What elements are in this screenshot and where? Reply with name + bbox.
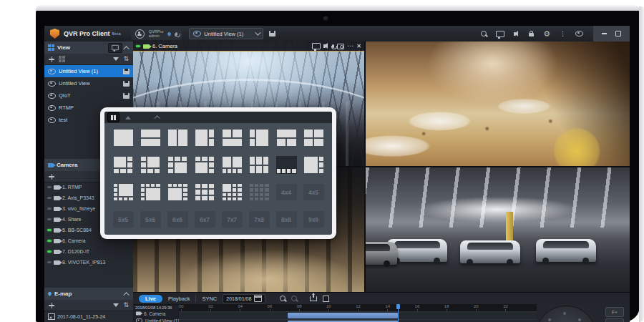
emap-section-header[interactable]: E-map xyxy=(44,288,133,300)
layout-option-label[interactable]: 8x8 xyxy=(276,211,297,228)
view-display-mode-button[interactable] xyxy=(108,43,122,53)
layout-option-icon[interactable] xyxy=(222,156,243,174)
timeline-zoom-out-button[interactable] xyxy=(291,296,297,301)
camera-item-8[interactable]: 8. VIVOTEK_IP813 xyxy=(44,257,133,268)
ptz-wheel[interactable] xyxy=(537,306,597,322)
layout-option-icon[interactable] xyxy=(195,183,215,201)
search-button[interactable] xyxy=(481,31,487,36)
user-avatar-icon[interactable] xyxy=(135,29,145,39)
layout-option-label[interactable]: 7x7 xyxy=(222,211,243,228)
layout-option-icon[interactable] xyxy=(167,183,188,201)
layout-option-label[interactable]: 9x9 xyxy=(303,211,324,228)
layout-option-label[interactable]: 4x4 xyxy=(276,184,297,200)
layout-option-icon[interactable] xyxy=(140,183,161,201)
lock-button[interactable] xyxy=(529,33,534,36)
camera-item-7[interactable]: 7. D120D-IT xyxy=(44,246,133,257)
layout-option-icon[interactable] xyxy=(222,129,243,147)
save-icon[interactable] xyxy=(123,93,130,99)
privacy-eye-button[interactable] xyxy=(575,31,583,36)
tile-more-button[interactable]: ⋯ xyxy=(347,43,353,49)
collapse-emap-chevron[interactable] xyxy=(123,292,129,298)
ptz-direction-dot[interactable] xyxy=(563,312,566,315)
save-view-button[interactable] xyxy=(269,31,275,36)
layout-option-label[interactable]: 5x6 xyxy=(140,211,161,228)
emap-filter-icon[interactable] xyxy=(113,303,119,307)
tile-audio-button[interactable] xyxy=(323,44,326,48)
camera-tile-garage[interactable] xyxy=(366,167,630,292)
recording-track-view[interactable] xyxy=(179,319,537,322)
add-camera-button[interactable] xyxy=(49,174,54,180)
layout-option-icon[interactable] xyxy=(249,129,270,147)
page-up-button[interactable] xyxy=(122,113,133,122)
layout-option-icon[interactable] xyxy=(249,183,270,201)
filter-funnel-icon[interactable] xyxy=(113,57,119,61)
layout-option-label[interactable]: 5x5 xyxy=(113,211,134,228)
sync-button[interactable]: SYNC xyxy=(202,296,217,302)
volume-button[interactable] xyxy=(514,32,516,36)
layout-option-icon[interactable] xyxy=(113,183,134,201)
layout-option-label[interactable]: 7x8 xyxy=(249,211,270,228)
add-view-button[interactable] xyxy=(49,57,54,62)
view-layout-button[interactable] xyxy=(59,56,65,62)
minimize-button[interactable] xyxy=(602,33,607,34)
layout-option-label[interactable]: 6x6 xyxy=(167,211,188,228)
layout-option-label[interactable]: 4x5 xyxy=(303,184,324,200)
date-picker[interactable]: 2018/01/08 xyxy=(223,294,265,303)
status-pin-icon[interactable] xyxy=(167,31,172,36)
layout-option-icon[interactable] xyxy=(195,129,215,147)
snapshot-frame-button[interactable] xyxy=(323,296,329,302)
collapse-view-chevron[interactable] xyxy=(123,46,129,52)
layout-option-icon[interactable] xyxy=(113,129,134,147)
collapse-picker-chevron[interactable] xyxy=(154,115,160,121)
fullscreen-button[interactable] xyxy=(496,31,504,37)
live-tab[interactable]: Live xyxy=(139,295,162,303)
layout-option-icon[interactable] xyxy=(276,129,297,147)
recording-track-camera[interactable] xyxy=(179,311,537,319)
ptz-direction-dot[interactable] xyxy=(578,318,581,321)
layout-option-icon[interactable] xyxy=(276,156,297,174)
layout-option-icon[interactable] xyxy=(140,129,161,147)
timeline-track[interactable]: 000204060810121416182022 xyxy=(179,304,537,322)
timeline-row-camera[interactable]: 6. Camera xyxy=(133,310,179,317)
playback-tab[interactable]: Playback xyxy=(168,296,190,302)
tile-close-button[interactable]: ✕ xyxy=(356,44,361,49)
focus-plus-button[interactable]: F+ xyxy=(605,307,624,317)
status-mic-icon[interactable] xyxy=(175,32,177,36)
layout-option-icon[interactable] xyxy=(195,156,215,174)
stream-quality-button[interactable] xyxy=(312,43,321,49)
layout-option-icon[interactable] xyxy=(113,156,134,174)
emap-sort-icon[interactable]: ⇅ xyxy=(123,302,129,308)
layout-option-label[interactable]: 6x7 xyxy=(195,211,215,228)
layout-option-icon[interactable] xyxy=(303,129,324,147)
settings-gear-button[interactable]: ⚙ xyxy=(543,30,550,38)
snapshot-button[interactable] xyxy=(337,44,344,49)
ptz-direction-dot[interactable] xyxy=(548,318,551,321)
playhead-marker[interactable] xyxy=(396,304,400,309)
layout-option-icon[interactable] xyxy=(303,156,324,174)
layout-option-icon[interactable] xyxy=(222,183,243,201)
layout-option-icon[interactable] xyxy=(167,156,188,174)
view-selector-dropdown[interactable]: Untitled View (1) xyxy=(189,28,263,39)
current-layout-button[interactable] xyxy=(107,112,119,122)
maximize-button[interactable] xyxy=(615,31,621,36)
add-emap-button[interactable] xyxy=(49,303,54,308)
emap-item-1[interactable]: 2017-08-01_11-25-24 xyxy=(44,312,133,321)
timeline-row-view[interactable]: Untitled View (1) xyxy=(133,317,179,322)
save-icon[interactable] xyxy=(123,69,130,74)
focus-minus-button[interactable]: F- xyxy=(605,318,624,322)
save-icon[interactable] xyxy=(123,81,130,87)
view-item-3[interactable]: QIoT xyxy=(44,89,133,102)
tile-mic-button[interactable] xyxy=(332,44,334,48)
view-section-header[interactable]: View xyxy=(44,42,133,54)
view-item-1[interactable]: Untitled View (1) xyxy=(44,65,133,77)
layout-option-icon[interactable] xyxy=(249,156,270,174)
recording-bar[interactable] xyxy=(288,313,398,318)
more-menu-button[interactable]: ⋮ xyxy=(560,31,566,37)
timeline-zoom-in-button[interactable] xyxy=(280,296,286,301)
layout-option-icon[interactable] xyxy=(140,156,161,174)
camera-tile-restaurant[interactable] xyxy=(366,42,630,166)
view-item-2[interactable]: Untitled View xyxy=(44,77,133,89)
sort-icon[interactable]: ⇅ xyxy=(123,56,129,62)
layout-option-icon[interactable] xyxy=(167,129,188,147)
export-button[interactable] xyxy=(310,296,317,301)
